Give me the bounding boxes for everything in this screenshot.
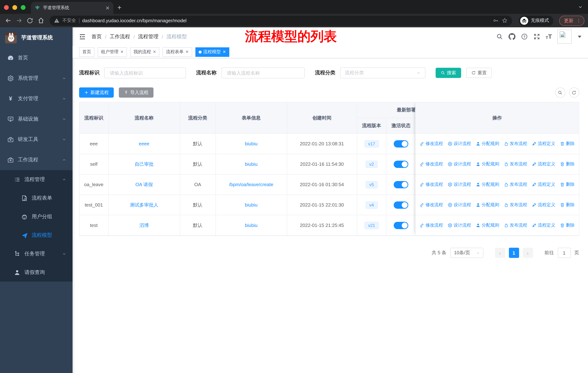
publish-process-link[interactable]: 发布流程 (504, 202, 527, 208)
form-info-link[interactable]: biubiu (245, 161, 257, 167)
delete-process-link[interactable]: 删除 (560, 202, 575, 208)
sidebar-item-workflow[interactable]: 工作流程 (0, 150, 73, 170)
address-bar[interactable]: 不安全 dashboard.yudao.iocoder.cn/bpm/manag… (50, 15, 512, 26)
sidebar-item-devtools[interactable]: 研发工具 (0, 129, 73, 150)
publish-process-link[interactable]: 发布流程 (504, 161, 527, 167)
close-icon[interactable]: ✕ (153, 50, 156, 54)
assign-rule-link[interactable]: 分配规则 (476, 141, 499, 147)
back-button[interactable] (4, 16, 12, 25)
window-controls[interactable] (4, 5, 26, 10)
edit-process-link[interactable]: 修改流程 (420, 181, 443, 188)
process-name-link[interactable]: 自己审批 (135, 161, 154, 167)
close-icon[interactable]: ✕ (185, 50, 189, 54)
name-input[interactable] (226, 70, 300, 76)
edit-process-link[interactable]: 修改流程 (420, 161, 443, 167)
sidebar-item-system[interactable]: 系统管理 (0, 68, 73, 89)
zoom-window-button[interactable] (21, 5, 26, 10)
tag-process-form[interactable]: 流程表单✕ (163, 47, 192, 57)
process-definition-link[interactable]: 流程定义 (532, 222, 555, 228)
close-icon[interactable]: ✕ (222, 50, 226, 54)
tab-search-chevron-icon[interactable] (578, 4, 583, 10)
assign-rule-link[interactable]: 分配规则 (476, 202, 499, 208)
page-size-select[interactable]: 10条/页 (450, 248, 483, 258)
url-text[interactable]: dashboard.yudao.iocoder.cn/bpm/manager/m… (82, 18, 490, 23)
sidebar-item-user-group[interactable]: 用户分组 (0, 207, 73, 226)
assign-rule-link[interactable]: 分配规则 (476, 181, 499, 188)
tab-close-icon[interactable]: ✕ (105, 5, 110, 10)
process-definition-link[interactable]: 流程定义 (532, 161, 555, 167)
assign-rule-link[interactable]: 分配规则 (476, 161, 499, 167)
process-name-link[interactable]: eeee (139, 141, 149, 146)
font-size-icon[interactable]: TT (546, 33, 552, 40)
toggle-search-button[interactable] (555, 87, 565, 98)
design-process-link[interactable]: 设计流程 (448, 181, 471, 188)
goto-page-input[interactable] (557, 248, 571, 258)
category-select[interactable]: 流程分类 (340, 67, 425, 78)
tag-process-model[interactable]: 流程模型✕ (195, 47, 229, 57)
sidebar-item-process-mgmt[interactable]: 流程管理 (0, 170, 73, 189)
reload-button[interactable] (26, 16, 34, 25)
breadcrumb-home[interactable]: 首页 (92, 33, 102, 40)
process-definition-link[interactable]: 流程定义 (532, 202, 555, 208)
tag-home[interactable]: 首页 (79, 47, 94, 57)
assign-rule-link[interactable]: 分配规则 (476, 222, 499, 228)
delete-process-link[interactable]: 删除 (560, 222, 575, 228)
reset-button[interactable]: 重置 (466, 68, 492, 78)
fullscreen-icon[interactable] (533, 33, 540, 40)
process-definition-link[interactable]: 流程定义 (532, 141, 555, 147)
import-process-button[interactable]: 导入流程 (119, 87, 153, 98)
process-name-link[interactable]: 滔博 (139, 222, 149, 229)
refresh-table-button[interactable] (569, 87, 579, 98)
edit-process-link[interactable]: 修改流程 (420, 222, 443, 228)
publish-process-link[interactable]: 发布流程 (504, 141, 527, 147)
process-name-link[interactable]: 测试多审批人 (130, 202, 158, 208)
process-name-link[interactable]: OA 请假 (136, 181, 153, 188)
active-toggle[interactable] (394, 161, 408, 168)
active-toggle[interactable] (394, 181, 408, 188)
help-icon[interactable]: ? (521, 33, 528, 40)
form-info-link[interactable]: biubiu (245, 141, 257, 146)
home-button[interactable] (36, 16, 45, 25)
browser-tab[interactable]: 芋道管理系统 ✕ (31, 2, 113, 14)
github-icon[interactable] (509, 33, 515, 40)
sidebar-item-pay[interactable]: ¥ 支付管理 (0, 89, 73, 109)
update-chrome-button[interactable]: 更新 ⋮ (559, 15, 584, 26)
create-process-button[interactable]: 新建流程 (79, 87, 114, 98)
tag-my-process[interactable]: 我的流程✕ (130, 47, 159, 57)
app-logo[interactable]: 芋道管理系统 (0, 27, 73, 48)
tag-tenant[interactable]: 租户管理✕ (98, 47, 127, 57)
sidebar-item-leave-query[interactable]: 请假查询 (0, 263, 73, 282)
active-toggle[interactable] (394, 201, 408, 209)
new-tab-button[interactable]: + (117, 4, 121, 12)
delete-process-link[interactable]: 删除 (560, 141, 575, 147)
forward-button[interactable] (15, 16, 23, 25)
prev-page-button[interactable]: ‹ (495, 248, 505, 258)
bookmark-star-icon[interactable] (502, 18, 508, 24)
delete-process-link[interactable]: 删除 (560, 181, 575, 188)
close-window-button[interactable] (4, 5, 9, 10)
sidebar-fold-icon[interactable] (76, 30, 89, 43)
sidebar-item-home[interactable]: 首页 (0, 48, 73, 68)
avatar[interactable] (557, 30, 572, 44)
publish-process-link[interactable]: 发布流程 (504, 222, 527, 228)
sidebar-item-infra[interactable]: 基础设施 (0, 109, 73, 129)
sidebar-item-process-form[interactable]: 流程表单 (0, 189, 73, 207)
breadcrumb-workflow[interactable]: 工作流程 (110, 33, 130, 40)
close-icon[interactable]: ✕ (120, 50, 124, 54)
design-process-link[interactable]: 设计流程 (448, 202, 471, 208)
publish-process-link[interactable]: 发布流程 (504, 181, 527, 188)
delete-process-link[interactable]: 删除 (560, 161, 575, 167)
edit-process-link[interactable]: 修改流程 (420, 141, 443, 147)
design-process-link[interactable]: 设计流程 (448, 222, 471, 228)
page-number-1[interactable]: 1 (509, 248, 519, 258)
active-toggle[interactable] (394, 222, 408, 229)
breadcrumb-process-mgmt[interactable]: 流程管理 (138, 33, 158, 40)
form-info-link[interactable]: biubiu (245, 202, 257, 208)
avatar-caret-icon[interactable] (578, 36, 581, 38)
form-info-link[interactable]: biubiu (245, 222, 257, 228)
design-process-link[interactable]: 设计流程 (448, 161, 471, 167)
password-key-icon[interactable] (493, 18, 499, 24)
sidebar-item-process-model[interactable]: 流程模型 (0, 226, 73, 244)
security-label[interactable]: 不安全 (62, 18, 76, 24)
active-toggle[interactable] (394, 140, 408, 147)
